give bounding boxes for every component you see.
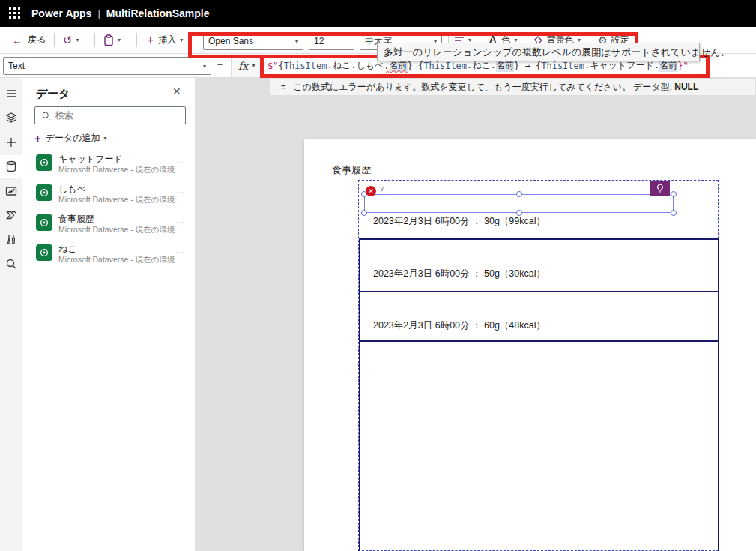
search-icon — [41, 111, 51, 121]
plus-icon — [5, 136, 17, 148]
equals-sign: = — [217, 61, 223, 71]
formula-token: .ねこ.しもべ — [327, 59, 384, 72]
gallery-row-label[interactable]: 2023年2月3日 6時00分 ： 60g（48kcal） — [373, 319, 545, 332]
resize-handle[interactable] — [361, 210, 367, 216]
formula-token: { — [418, 61, 423, 71]
divider — [623, 81, 623, 93]
tree-view-menu-button[interactable] — [0, 82, 22, 105]
data-panel: データ ✕ + データの追加 ▾ キャットフード Microsoft Datav… — [22, 78, 196, 551]
media-icon — [5, 185, 17, 197]
font-family-dropdown[interactable]: Open Sans ▾ — [203, 32, 303, 50]
resize-handle[interactable] — [671, 191, 677, 197]
property-value: Text — [8, 61, 25, 71]
more-options-icon[interactable]: … — [176, 155, 185, 166]
media-rail-button[interactable] — [0, 180, 22, 202]
chevron-down-icon[interactable]: ∨ — [379, 184, 384, 193]
app-screen[interactable]: 食事履歴 ✕ ∨ 2023年2月3日 6時00分 ： — [304, 139, 756, 551]
more-options-icon[interactable]: … — [176, 215, 185, 226]
gallery-row-label[interactable]: 2023年2月3日 6時00分 ： 30g（99kcal） — [373, 215, 545, 228]
chevron-down-icon: ▾ — [180, 37, 183, 43]
chevron-down-icon[interactable]: ▾ — [76, 37, 79, 43]
gallery-row-separator — [359, 340, 719, 342]
gallery-row-separator — [359, 291, 719, 292]
formula-token: } → — [514, 61, 536, 71]
lightbulb-icon — [656, 184, 664, 194]
app-name: Power Apps — [31, 7, 91, 19]
dataverse-icon — [36, 154, 52, 171]
formula-token: } — [408, 61, 418, 71]
back-button[interactable]: ← 戻る — [12, 27, 46, 53]
property-dropdown[interactable]: Text ▾ — [3, 57, 211, 75]
divider — [54, 33, 55, 47]
datasource-item-neko[interactable]: ねこ Microsoft Dataverse - 現在の環境 … — [22, 242, 196, 272]
chevron-down-icon[interactable]: ▾ — [118, 37, 121, 43]
formula-token: ThisItem — [284, 61, 327, 71]
undo-button[interactable]: ↺ ▾ — [63, 27, 79, 53]
left-rail — [0, 78, 22, 551]
add-data-label: データの追加 — [46, 132, 100, 145]
formula-token: }" — [677, 61, 688, 71]
resize-handle[interactable] — [516, 191, 522, 197]
gallery-row-label[interactable]: 2023年2月3日 6時00分 ： 50g（30kcal） — [373, 268, 545, 280]
gallery-title-label[interactable]: 食事履歴 — [332, 163, 371, 177]
power-automate-rail-button[interactable] — [0, 204, 22, 226]
error-message: この数式にエラーがあります。数式を変更して、もう一度実行してみてください。 — [293, 81, 630, 94]
header-separator: | — [97, 8, 100, 19]
chevron-down-icon: ▾ — [203, 63, 206, 70]
advanced-tools-rail-button[interactable] — [0, 228, 22, 250]
plus-icon: + — [147, 34, 154, 47]
tree-view-button[interactable] — [0, 106, 22, 129]
search-rail-button[interactable] — [0, 253, 22, 275]
add-data-button[interactable]: + データの追加 ▾ — [34, 132, 107, 145]
paste-button[interactable]: ▾ — [103, 27, 121, 53]
data-rail-button[interactable] — [0, 155, 22, 178]
fx-label: fx — [238, 60, 248, 72]
document-title: MultiRelationSample — [106, 7, 210, 19]
insert-button[interactable]: + 挿入 ▾ — [147, 27, 183, 53]
search-icon — [5, 258, 17, 270]
more-options-icon[interactable]: … — [176, 185, 185, 196]
divider — [136, 33, 137, 47]
fx-button[interactable]: fx ▾ — [231, 54, 262, 77]
meal-history-gallery[interactable]: ✕ ∨ 2023年2月3日 6時00分 ： 30g（99kcal） 2023年2… — [358, 180, 719, 551]
waffle-menu-icon[interactable] — [9, 7, 21, 19]
data-search-input[interactable] — [55, 110, 168, 121]
ai-suggestion-badge[interactable] — [650, 181, 670, 196]
tooltip-text: 多対一のリレーションシップの複数レベルの展開はサポートされていません。 — [384, 46, 731, 59]
error-icon: = — [281, 82, 285, 91]
insert-label: 挿入 — [158, 34, 176, 46]
datasource-name: しもべ — [58, 183, 86, 196]
data-search-box[interactable] — [34, 106, 186, 124]
datasource-name: キャットフード — [58, 153, 123, 166]
power-automate-icon — [5, 209, 17, 221]
control-error-badge[interactable]: ✕ — [366, 186, 376, 196]
chevron-down-icon: ▾ — [295, 38, 298, 45]
gallery-left-border — [359, 238, 360, 551]
formula-token: ThisItem — [423, 61, 467, 71]
tools-icon — [5, 233, 17, 245]
selected-label-control[interactable] — [364, 194, 674, 213]
clipboard-icon — [103, 34, 114, 46]
plus-icon: + — [34, 132, 41, 145]
undo-icon: ↺ — [63, 34, 73, 47]
data-panel-title: データ — [36, 87, 70, 101]
resize-handle[interactable] — [671, 210, 677, 216]
font-size-input[interactable]: 12 — [309, 32, 354, 50]
formula-token: ThisItem — [541, 61, 584, 71]
gallery-right-border — [718, 238, 719, 551]
formula-token: $" — [267, 61, 278, 71]
app-header: Power Apps | MultiRelationSample — [0, 0, 756, 27]
formula-token: . — [384, 61, 389, 71]
datasource-item-shimobe[interactable]: しもべ Microsoft Dataverse - 現在の環境 … — [22, 182, 196, 212]
datatype-label: データ型: — [633, 82, 672, 92]
insert-rail-button[interactable] — [0, 131, 22, 154]
dataverse-icon — [36, 184, 52, 201]
hamburger-icon — [5, 88, 17, 100]
datasource-name: ねこ — [58, 243, 77, 256]
datasource-item-catfood[interactable]: キャットフード Microsoft Dataverse - 現在の環境 … — [22, 152, 196, 182]
datasource-item-mealhistory[interactable]: 食事履歴 Microsoft Dataverse - 現在の環境 … — [22, 212, 196, 242]
more-options-icon[interactable]: … — [176, 245, 185, 256]
formula-token: { — [278, 61, 283, 71]
close-icon[interactable]: ✕ — [172, 85, 181, 97]
divider — [94, 33, 95, 47]
